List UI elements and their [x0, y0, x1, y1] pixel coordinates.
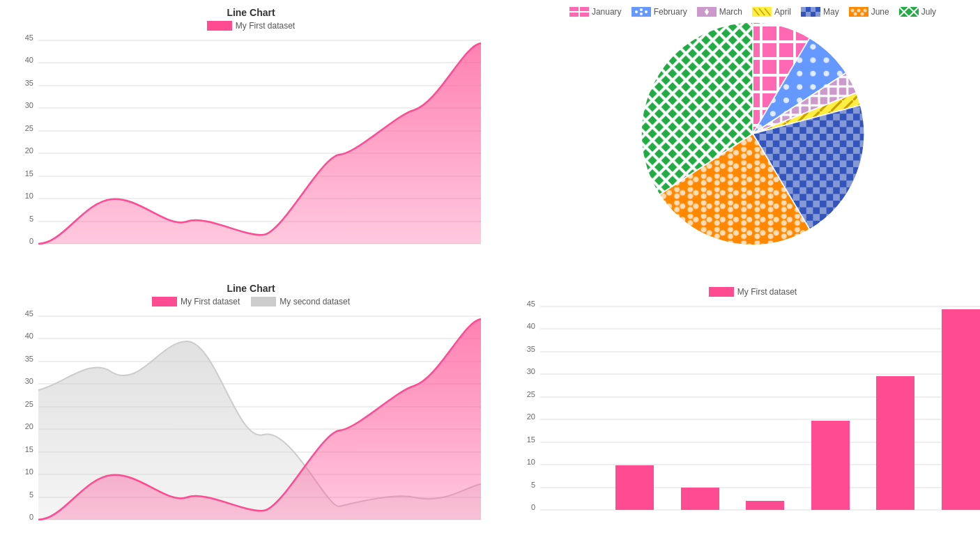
- legend-color-bl-second: [251, 297, 276, 306]
- svg-text:January: January: [24, 249, 52, 251]
- legend-item-first: My First dataset: [207, 21, 295, 31]
- pie-legend: January February March April May June: [516, 7, 980, 17]
- legend-item-br-first: My First dataset: [709, 287, 797, 297]
- svg-text:35: 35: [25, 79, 33, 87]
- bar-jul: [942, 309, 980, 510]
- pie-legend-jul: July: [899, 7, 936, 17]
- svg-point-51: [860, 13, 864, 16]
- legend-label-first: My First dataset: [236, 21, 295, 31]
- pie-legend-apr: April: [752, 7, 791, 17]
- bottom-right-panel: My First dataset 0 5 10 15 20 25 30 35 4…: [502, 276, 980, 552]
- bottom-right-chart-area: 0 5 10 15 20 25 30 35 40 45 January Febr…: [516, 301, 980, 517]
- svg-rect-52: [899, 7, 919, 17]
- pie-legend-label-apr: April: [774, 7, 791, 17]
- svg-text:10: 10: [527, 458, 535, 466]
- legend-label-bl-first: My First dataset: [181, 297, 240, 306]
- pie-legend-mar: March: [697, 7, 742, 17]
- svg-text:May: May: [332, 249, 347, 251]
- svg-text:6: 6: [412, 525, 416, 527]
- pie-legend-label-jan: January: [592, 7, 622, 17]
- svg-rect-43: [811, 7, 816, 12]
- svg-text:0: 0: [29, 513, 33, 521]
- svg-text:20: 20: [25, 422, 33, 430]
- top-left-title: Line Chart: [14, 7, 488, 18]
- bottom-left-title: Line Chart: [14, 283, 488, 294]
- legend-color-first: [207, 21, 232, 31]
- top-left-legend: My First dataset: [14, 21, 488, 31]
- svg-text:45: 45: [25, 311, 33, 318]
- svg-text:40: 40: [527, 322, 535, 330]
- svg-text:March: March: [689, 515, 711, 517]
- svg-text:May: May: [823, 515, 838, 517]
- pie-legend-label-may: May: [823, 7, 839, 17]
- svg-point-31: [635, 10, 638, 13]
- bottom-left-chart-area: 0 5 10 15 20 25 30 35 40 45 1 2 3 4: [14, 311, 488, 527]
- legend-color-bl-first: [152, 297, 177, 306]
- svg-rect-42: [801, 7, 806, 12]
- svg-text:January: January: [556, 515, 583, 517]
- legend-item-bl-first: My First dataset: [152, 297, 240, 306]
- svg-text:5: 5: [29, 215, 33, 223]
- svg-text:5: 5: [337, 525, 342, 527]
- pie-legend-label-feb: February: [654, 7, 687, 17]
- svg-point-48: [857, 9, 860, 13]
- svg-text:July: July: [474, 249, 488, 251]
- bottom-left-legend: My First dataset My second dataset: [14, 297, 488, 306]
- bar-may: [811, 421, 850, 510]
- svg-text:0: 0: [531, 503, 535, 511]
- svg-text:4: 4: [261, 525, 266, 527]
- svg-point-34: [640, 13, 643, 15]
- svg-text:April: April: [757, 515, 772, 517]
- svg-text:5: 5: [531, 481, 535, 489]
- bar-feb: [615, 465, 654, 510]
- pie-legend-feb: February: [631, 7, 687, 17]
- svg-text:25: 25: [527, 390, 535, 398]
- bar-apr: [746, 501, 784, 510]
- legend-item-bl-second: My second dataset: [251, 297, 350, 306]
- top-left-chart-area: 0 5 10 15 20 25 30 35 40 45 January: [14, 35, 488, 251]
- pie-svg: [641, 22, 864, 245]
- bottom-left-svg: 0 5 10 15 20 25 30 35 40 45 1 2 3 4: [14, 311, 488, 527]
- pie-legend-jan: January: [569, 7, 622, 17]
- top-left-svg: 0 5 10 15 20 25 30 35 40 45 January: [14, 35, 488, 251]
- svg-text:April: April: [256, 249, 271, 251]
- svg-text:45: 45: [527, 301, 535, 308]
- svg-point-47: [850, 9, 854, 13]
- bar-mar: [681, 488, 719, 510]
- svg-text:30: 30: [527, 367, 535, 375]
- bottom-left-panel: Line Chart My First dataset My second da…: [0, 276, 502, 552]
- svg-point-49: [863, 9, 866, 13]
- pie-chart-container: [516, 22, 980, 245]
- svg-text:10: 10: [25, 467, 33, 476]
- svg-text:35: 35: [25, 355, 33, 363]
- svg-text:15: 15: [527, 435, 535, 444]
- svg-text:35: 35: [527, 345, 535, 353]
- svg-text:20: 20: [527, 412, 535, 421]
- svg-text:5: 5: [29, 490, 33, 499]
- svg-text:7: 7: [479, 525, 483, 527]
- svg-text:30: 30: [25, 377, 33, 385]
- svg-text:February: February: [96, 249, 128, 251]
- svg-text:15: 15: [25, 445, 33, 453]
- top-left-panel: Line Chart My First dataset 0 5 10 15 20…: [0, 0, 502, 276]
- legend-color-br-first: [709, 287, 734, 297]
- svg-text:3: 3: [185, 525, 189, 527]
- svg-rect-44: [806, 12, 811, 17]
- svg-text:0: 0: [29, 237, 33, 245]
- pie-legend-jun: June: [849, 7, 889, 17]
- bar-jun: [876, 376, 914, 510]
- bottom-right-legend: My First dataset: [516, 287, 980, 297]
- legend-label-br-first: My First dataset: [737, 287, 797, 297]
- area-fill-1: [38, 43, 481, 244]
- svg-text:February: February: [619, 515, 650, 517]
- svg-text:25: 25: [25, 124, 33, 132]
- svg-point-33: [640, 8, 643, 11]
- pie-legend-label-jun: June: [871, 7, 889, 17]
- pie-legend-label-mar: March: [719, 7, 742, 17]
- svg-text:March: March: [176, 249, 198, 251]
- svg-text:July: July: [954, 515, 967, 517]
- svg-text:10: 10: [25, 192, 33, 200]
- svg-point-50: [853, 13, 857, 16]
- svg-text:15: 15: [25, 169, 33, 178]
- svg-text:40: 40: [25, 56, 33, 64]
